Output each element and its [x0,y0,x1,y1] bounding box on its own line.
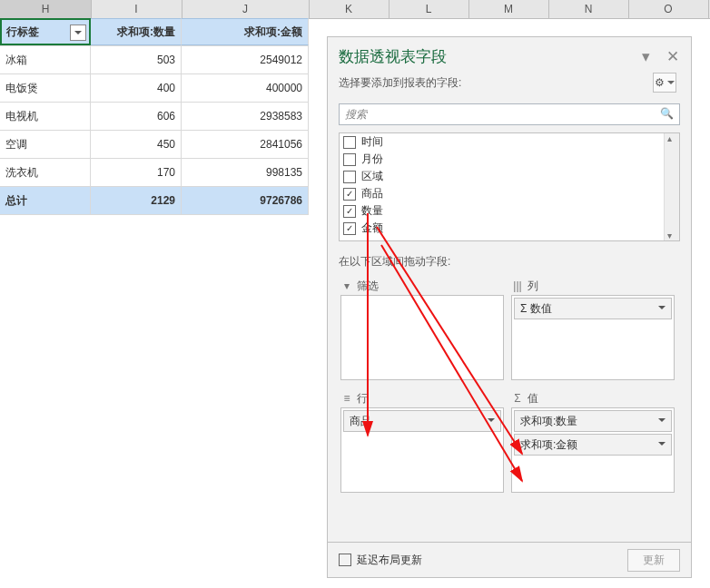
col-header-I[interactable]: I [91,0,182,18]
pane-header: 数据透视表字段 ▾ ✕ [328,37,691,73]
col-header-K[interactable]: K [309,0,390,18]
col-header-H[interactable]: H [0,0,92,18]
checkbox-icon[interactable] [343,171,356,183]
field-item[interactable]: 数量 [340,202,679,220]
row-qty[interactable]: 606 [91,103,182,130]
row-qty[interactable]: 450 [91,131,182,158]
area-item-label: Σ 数值 [520,301,552,317]
pane-footer: 延迟布局更新 更新 [328,542,691,577]
values-area: Σ值 求和项:数量 求和项:金额 [508,389,678,493]
drop-areas: ▾筛选 |||列 Σ 数值 ≡行 商品 Σ值 求和项:数量 求和项:金额 [328,277,691,502]
row-label[interactable]: 洗衣机 [0,159,91,186]
checkbox-icon[interactable] [343,222,356,235]
row-amt[interactable]: 998135 [182,159,309,186]
rows-area: ≡行 商品 [337,389,508,493]
col-header-J[interactable]: J [182,0,310,18]
col-header-M[interactable]: M [468,0,549,18]
row-labels-text: 行标签 [6,24,39,40]
area-item-label: 商品 [350,414,371,429]
checkbox-icon[interactable] [343,188,356,201]
rows-title: 行 [357,391,368,407]
table-row: 电饭煲 400 400000 [0,74,309,103]
area-item[interactable]: 求和项:数量 [514,410,672,432]
search-input[interactable]: 搜索 🔍 [339,103,680,125]
row-qty[interactable]: 503 [91,46,182,74]
search-icon: 🔍 [660,107,674,120]
defer-checkbox[interactable] [339,554,351,566]
area-item[interactable]: 商品 [343,410,501,432]
row-labels-header[interactable]: 行标签 [0,18,91,45]
area-item[interactable]: 求和项:金额 [514,434,672,456]
filter-dropzone[interactable] [340,295,504,380]
columns-dropzone[interactable]: Σ 数值 [511,295,675,380]
checkbox-icon[interactable] [343,205,356,218]
pane-subtitle: 选择要添加到报表的字段: [339,75,461,91]
row-amt[interactable]: 2841056 [182,131,309,158]
area-item-label: 求和项:金额 [520,437,577,453]
columns-title: 列 [528,279,538,294]
row-label[interactable]: 空调 [0,131,91,158]
field-list-scrollbar[interactable] [664,133,679,240]
pivot-table: 行标签 求和项:数量 求和项:金额 冰箱 503 2549012 电饭煲 400… [0,18,309,215]
row-amt[interactable]: 2938583 [182,103,309,130]
row-qty[interactable]: 400 [91,74,182,102]
checkbox-icon[interactable] [343,153,356,166]
total-qty[interactable]: 2129 [91,187,182,214]
gear-icon[interactable]: ⚙ [653,73,676,93]
sum-amt-header[interactable]: 求和项:金额 [182,18,309,45]
row-label[interactable]: 电视机 [0,103,91,130]
field-label: 金额 [361,220,383,236]
field-label: 商品 [361,186,383,201]
rows-icon: ≡ [340,392,353,405]
field-item[interactable]: 金额 [340,220,679,237]
search-placeholder: 搜索 [345,107,367,122]
pivot-header-row: 行标签 求和项:数量 求和项:金额 [0,18,309,46]
area-item[interactable]: Σ 数值 [514,298,672,319]
row-qty[interactable]: 170 [91,159,182,186]
drag-instruction: 在以下区域间拖动字段: [328,241,691,277]
sum-qty-header[interactable]: 求和项:数量 [91,18,182,45]
area-item-label: 求和项:数量 [520,414,577,429]
grand-total-row: 总计 2129 9726786 [0,187,309,215]
row-label[interactable]: 电饭煲 [0,74,91,102]
values-title: 值 [528,391,538,407]
row-amt[interactable]: 2549012 [182,46,309,74]
update-button[interactable]: 更新 [627,549,680,572]
row-label[interactable]: 冰箱 [0,46,91,74]
field-item[interactable]: 区域 [340,168,679,185]
rows-dropzone[interactable]: 商品 [340,407,504,493]
filter-icon: ▾ [340,279,353,292]
col-header-L[interactable]: L [389,0,469,18]
field-label: 月份 [361,152,383,167]
defer-label: 延迟布局更新 [357,553,422,568]
total-amt[interactable]: 9726786 [182,187,309,214]
checkbox-icon[interactable] [343,136,356,149]
table-row: 冰箱 503 2549012 [0,46,309,74]
field-label: 区域 [361,169,383,184]
field-item[interactable]: 时间 [340,133,679,151]
table-row: 空调 450 2841056 [0,131,309,159]
table-row: 电视机 606 2938583 [0,103,309,131]
pivot-fields-pane: 数据透视表字段 ▾ ✕ 选择要添加到报表的字段: ⚙ 搜索 🔍 时间 月份 区域… [327,36,692,578]
column-headers: H I J K L M N O [0,0,710,19]
row-labels-dropdown-icon[interactable] [70,24,86,41]
field-item[interactable]: 商品 [340,185,679,202]
values-dropzone[interactable]: 求和项:数量 求和项:金额 [511,407,675,493]
sigma-icon: Σ [511,392,524,405]
field-label: 时间 [361,134,383,150]
filter-title: 筛选 [357,279,379,294]
col-header-O[interactable]: O [628,0,709,18]
total-label[interactable]: 总计 [0,187,91,214]
pane-menu-icon[interactable]: ▾ [638,50,653,64]
pane-close-icon[interactable]: ✕ [666,50,680,64]
pane-title: 数据透视表字段 [339,46,447,67]
col-header-N[interactable]: N [548,0,629,18]
filter-area: ▾筛选 [337,277,508,380]
table-row: 洗衣机 170 998135 [0,159,309,187]
row-amt[interactable]: 400000 [182,74,309,102]
columns-icon: ||| [511,279,524,292]
columns-area: |||列 Σ 数值 [508,277,678,380]
field-item[interactable]: 月份 [340,151,679,168]
field-list: 时间 月份 区域 商品 数量 金额 [339,132,680,241]
field-label: 数量 [361,203,383,219]
